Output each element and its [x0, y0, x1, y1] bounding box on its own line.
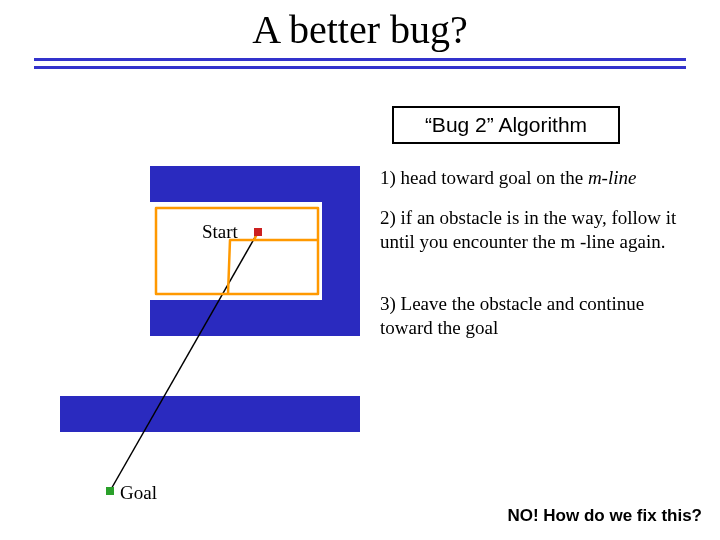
diagram: Start Goal	[60, 166, 380, 506]
footer-question: NO! How do we fix this?	[507, 506, 702, 526]
algorithm-name-box: “Bug 2” Algorithm	[392, 106, 620, 144]
diagram-svg	[60, 166, 380, 506]
m-line	[110, 232, 258, 491]
goal-dot	[106, 487, 114, 495]
title-rule-bottom	[34, 66, 686, 69]
start-label: Start	[202, 221, 238, 243]
step-2: 2) if an obstacle is in the way, follow …	[380, 206, 700, 254]
slide-title: A better bug?	[0, 6, 720, 53]
start-dot	[254, 228, 262, 236]
step-1-mline: m-line	[588, 167, 637, 188]
goal-label: Goal	[120, 482, 157, 504]
step-1-text: 1) head toward goal on the	[380, 167, 588, 188]
step-3: 3) Leave the obstacle and continue towar…	[380, 292, 700, 340]
step-1: 1) head toward goal on the m-line	[380, 166, 700, 190]
title-rule-top	[34, 58, 686, 61]
slide: A better bug? “Bug 2” Algorithm 1) head …	[0, 0, 720, 540]
